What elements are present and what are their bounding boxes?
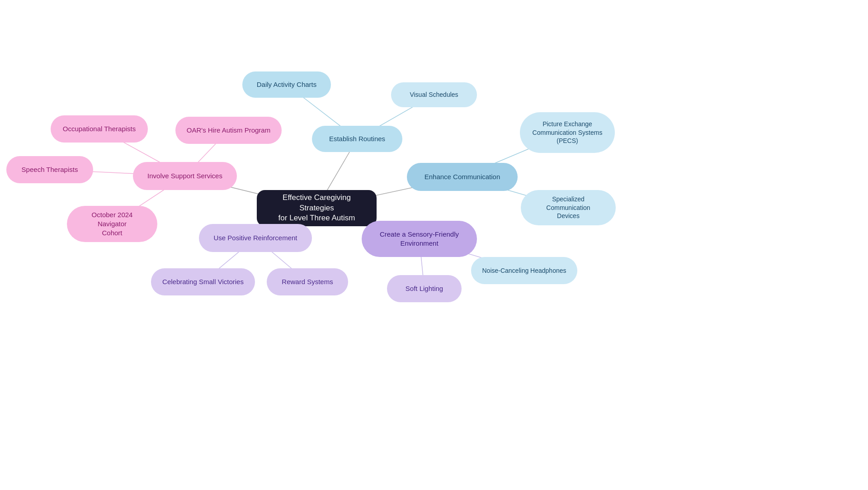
sensory-friendly-node: Create a Sensory-Friendly Environment <box>362 221 477 257</box>
oar-node: OAR's Hire Autism Program <box>175 117 282 144</box>
positive-reinforcement-node: Use Positive Reinforcement <box>199 224 312 252</box>
celebrating-node: Celebrating Small Victories <box>151 268 255 295</box>
october-cohort-node: October 2024 Navigator Cohort <box>67 206 157 242</box>
noise-canceling-node: Noise-Canceling Headphones <box>471 257 577 284</box>
involve-support-node: Involve Support Services <box>133 162 237 190</box>
soft-lighting-node: Soft Lighting <box>387 275 462 302</box>
specialized-devices-node: Specialized Communication Devices <box>521 190 616 225</box>
pecs-node: Picture Exchange Communication Systems (… <box>520 112 615 153</box>
visual-schedules-node: Visual Schedules <box>391 82 477 107</box>
reward-systems-node: Reward Systems <box>267 268 348 295</box>
daily-activity-charts-node: Daily Activity Charts <box>242 71 331 98</box>
establish-routines-node: Establish Routines <box>312 126 402 152</box>
enhance-communication-node: Enhance Communication <box>407 163 518 191</box>
center-node: Effective Caregiving Strategies for Leve… <box>257 190 377 226</box>
speech-therapists-node: Speech Therapists <box>6 156 93 183</box>
occupational-therapists-node: Occupational Therapists <box>51 115 148 143</box>
